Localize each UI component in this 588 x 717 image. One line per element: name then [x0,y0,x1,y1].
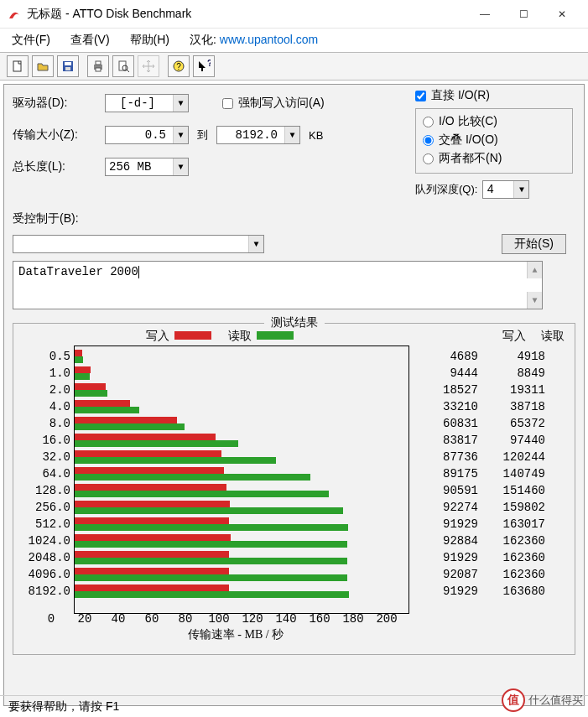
y-tick: 2.0 [20,382,70,398]
scroll-down-icon[interactable]: ▼ [527,292,542,309]
chart-legend: 写入 读取 [20,329,568,344]
start-button[interactable]: 开始(S) [502,234,566,254]
read-bar [75,457,276,464]
minimize-button[interactable]: — [466,2,504,27]
y-tick: 4.0 [20,398,70,415]
size-from-select[interactable]: 0.5▼ [105,126,189,144]
open-button[interactable] [32,55,54,77]
write-bar [75,585,229,591]
description-textarea[interactable]: DataTraveler 2000 ▲ ▼ [13,261,543,309]
y-tick: 1024.0 [20,533,70,549]
read-bar [75,541,347,548]
read-bar [75,558,347,564]
menu-view[interactable]: 查看(V) [70,33,110,48]
read-bar [75,507,343,514]
close-button[interactable]: ✕ [543,2,581,27]
data-row: 94448849 [416,365,559,382]
new-button[interactable] [7,55,29,77]
svg-text:?: ? [207,60,211,68]
hanhua-link[interactable]: www.upantool.com [220,33,319,46]
write-bar [75,568,229,574]
chevron-down-icon: ▼ [173,127,188,143]
data-row: 92884162360 [416,533,559,549]
data-row: 92087162360 [416,566,559,583]
write-bar [75,467,224,474]
y-tick: 128.0 [20,482,70,499]
svg-rect-6 [96,68,101,71]
data-row: 91929162360 [416,549,559,566]
svg-rect-5 [96,61,101,65]
numeric-column-headers: 写入 读取 [502,329,565,344]
chevron-down-icon: ▼ [284,127,299,143]
y-tick: 32.0 [20,449,70,465]
write-bar [75,350,82,356]
force-write-input[interactable] [222,98,233,109]
title-bar: 无标题 - ATTO Disk Benchmark — ☐ ✕ [0,0,588,29]
controlled-by-select[interactable]: ▼ [13,235,264,253]
read-bar [75,423,185,430]
status-bar: 要获得帮助，请按 F1 [0,695,588,717]
window-controls: — ☐ ✕ [466,2,581,27]
write-bar [75,366,91,373]
x-tick: 100 [202,612,236,626]
drive-select[interactable]: [-d-]▼ [105,94,189,112]
data-row: 90591151460 [416,482,559,499]
app-icon [7,7,22,22]
data-row: 3321038718 [416,398,559,415]
queue-depth-select[interactable]: 4▼ [482,180,529,199]
data-row: 89175140749 [416,465,559,482]
queue-depth-label: 队列深度(Q): [415,182,477,197]
scroll-up-icon[interactable]: ▲ [527,262,542,278]
move-button[interactable] [138,55,159,77]
io-compare-radio[interactable]: I/O 比较(C) [423,114,565,129]
save-button[interactable] [57,55,79,77]
y-tick: 64.0 [20,465,70,482]
read-bar [75,373,90,380]
description-text: DataTraveler 2000 [18,265,138,278]
write-bar [75,551,229,558]
read-bar [75,591,349,598]
write-bar [75,383,106,390]
write-bar [75,501,230,507]
y-tick: 8192.0 [20,583,70,600]
svg-rect-0 [13,61,21,71]
maximize-button[interactable]: ☐ [504,2,543,27]
chart-area [74,346,409,614]
force-write-checkbox[interactable]: 强制写入访问(A) [222,96,325,111]
y-tick: 1.0 [20,365,70,382]
svg-rect-2 [65,62,71,65]
data-row: 87736120244 [416,449,559,465]
data-row: 91929163017 [416,516,559,533]
write-bar [75,484,226,491]
svg-rect-3 [65,67,70,70]
menu-file[interactable]: 文件(F) [12,33,50,48]
chart-y-labels: 0.51.02.04.08.016.032.064.0128.0256.0512… [20,346,70,614]
x-tick: 200 [370,612,403,626]
data-row: 6083165372 [416,415,559,432]
context-help-button[interactable]: ? [193,55,215,77]
overlap-io-radio[interactable]: 交叠 I/O(O) [423,132,565,148]
direct-io-input[interactable] [415,91,426,101]
chevron-down-icon: ▼ [248,236,263,252]
direct-io-checkbox[interactable]: 直接 I/O(R) [415,88,573,103]
toolbar: ? ? [0,52,588,81]
x-tick: 20 [68,612,101,626]
write-swatch [174,331,211,340]
x-tick: 120 [236,612,269,626]
read-bar [75,524,348,531]
y-tick: 512.0 [20,516,70,533]
total-length-select[interactable]: 256 MB▼ [105,158,189,176]
results-panel: 测试结果 写入 读取 写入 读取 0.51.02.04.08.016.032.0… [13,323,575,655]
help-icon-button[interactable]: ? [168,55,190,77]
read-bar [75,440,238,447]
write-bar [75,417,177,423]
preview-button[interactable] [112,55,134,77]
y-tick: 0.5 [20,348,70,365]
print-button[interactable] [87,55,109,77]
to-label: 到 [189,127,216,143]
neither-radio[interactable]: 两者都不(N) [423,151,565,166]
size-to-select[interactable]: 8192.0▼ [216,126,300,144]
menu-help[interactable]: 帮助(H) [130,33,169,48]
status-text: 要获得帮助，请按 F1 [8,699,119,714]
chevron-down-icon: ▼ [173,158,188,175]
